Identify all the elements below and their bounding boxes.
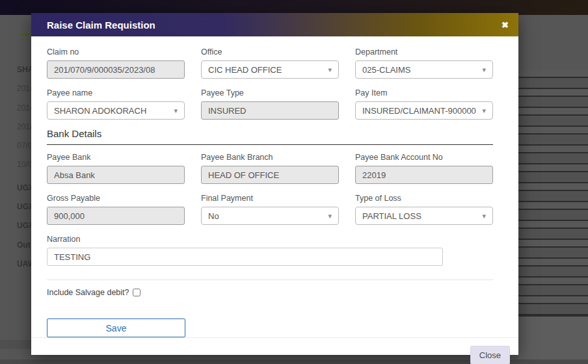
department-field-group: Department 025-CLAIMS ▾ <box>355 47 493 79</box>
narration-field-group: Narration <box>47 235 493 266</box>
background-left-row-band <box>0 340 31 349</box>
payee-bank-label: Payee Bank <box>47 153 185 162</box>
background-cell: UGX <box>17 183 33 202</box>
claim-no-label: Claim no <box>47 47 185 57</box>
payee-bank-account-no-input <box>355 166 493 184</box>
background-cell: UGX <box>17 202 33 221</box>
chevron-down-icon: ▾ <box>482 212 486 220</box>
narration-label: Narration <box>47 235 493 244</box>
payee-type-field-group: Payee Type <box>201 88 339 120</box>
type-of-loss-field-group: Type of Loss PARTIAL LOSS ▾ <box>355 194 493 225</box>
office-select[interactable]: CIC HEAD OFFICE ▾ <box>201 60 339 79</box>
narration-input[interactable] <box>47 248 443 266</box>
type-of-loss-selected-value: PARTIAL LOSS <box>362 211 421 221</box>
gross-payable-field-group: Gross Payable <box>47 194 185 225</box>
department-select[interactable]: 025-CLAIMS ▾ <box>355 60 493 79</box>
background-cell: 201/ <box>17 122 33 141</box>
chevron-down-icon: ▾ <box>174 107 178 115</box>
type-of-loss-select[interactable]: PARTIAL LOSS ▾ <box>355 207 493 225</box>
background-table-lower-band <box>518 315 588 359</box>
background-cell: SHA <box>17 65 33 84</box>
chevron-down-icon: ▾ <box>482 107 486 115</box>
claim-no-field-group: Claim no <box>47 47 185 79</box>
modal-title: Raise Claim Requistion <box>47 20 155 31</box>
background-table-left-column: SHA 201/ 201/ 201/ 07/0 10/0 UGX UGX UGX… <box>17 65 33 278</box>
office-label: Office <box>201 47 339 57</box>
chevron-down-icon: ▾ <box>328 66 332 74</box>
bank-details-section-title: Bank Details <box>47 128 493 145</box>
background-cell: 10/0 <box>17 160 33 179</box>
raise-claim-requisition-modal: Raise Claim Requistion ✖ Claim no Office… <box>31 13 518 355</box>
background-cell: UGX <box>17 221 33 240</box>
background-cell: 201/ <box>17 103 33 122</box>
background-cell: 201/ <box>17 84 33 103</box>
background-cell: Out <box>17 240 33 259</box>
close-button[interactable]: Close <box>470 346 510 364</box>
final-payment-label: Final Payment <box>201 194 339 203</box>
payee-bank-account-no-label: Payee Bank Account No <box>355 153 493 162</box>
salvage-divider <box>47 280 493 280</box>
pay-item-selected-value: INSURED/CLAIMANT-900000 <box>362 106 476 116</box>
pay-item-label: Pay Item <box>355 88 493 98</box>
final-payment-select[interactable]: No ▾ <box>201 207 339 225</box>
modal-body: Claim no Office CIC HEAD OFFICE ▾ Depart… <box>31 36 518 337</box>
payee-bank-branch-field-group: Payee Bank Branch <box>201 153 339 184</box>
modal-header: Raise Claim Requistion ✖ <box>31 13 518 36</box>
background-green-underline <box>21 34 30 36</box>
payee-type-input <box>201 101 339 120</box>
payee-name-select[interactable]: SHARON ADOKORACH ▾ <box>47 101 185 120</box>
modal-footer: Close <box>31 337 518 364</box>
type-of-loss-label: Type of Loss <box>355 194 493 203</box>
office-selected-value: CIC HEAD OFFICE <box>208 65 282 75</box>
payee-name-label: Payee name <box>47 88 185 98</box>
payee-type-label: Payee Type <box>201 88 339 98</box>
save-button[interactable]: Save <box>47 318 185 337</box>
payee-name-field-group: Payee name SHARON ADOKORACH ▾ <box>47 88 185 120</box>
payee-bank-input <box>47 166 185 184</box>
payee-name-selected-value: SHARON ADOKORACH <box>54 106 146 116</box>
payee-bank-branch-input <box>201 166 339 184</box>
payee-bank-field-group: Payee Bank <box>47 153 185 184</box>
background-cell: UAW <box>17 259 33 278</box>
department-selected-value: 025-CLAIMS <box>362 65 410 75</box>
pay-item-field-group: Pay Item INSURED/CLAIMANT-900000 ▾ <box>355 88 493 120</box>
close-icon[interactable]: ✖ <box>501 21 509 29</box>
payee-bank-account-no-field-group: Payee Bank Account No <box>355 153 493 184</box>
claim-no-input <box>47 60 185 79</box>
department-label: Department <box>355 47 493 57</box>
include-salvage-checkbox[interactable] <box>133 289 140 296</box>
background-table-rows <box>518 70 588 315</box>
chevron-down-icon: ▾ <box>328 212 332 220</box>
payee-bank-branch-label: Payee Bank Branch <box>201 153 339 162</box>
pay-item-select[interactable]: INSURED/CLAIMANT-900000 ▾ <box>355 101 493 120</box>
gross-payable-label: Gross Payable <box>47 194 185 203</box>
chevron-down-icon: ▾ <box>482 66 486 74</box>
final-payment-field-group: Final Payment No ▾ <box>201 194 339 225</box>
background-cell: 07/0 <box>17 141 33 160</box>
final-payment-selected-value: No <box>208 211 219 221</box>
office-field-group: Office CIC HEAD OFFICE ▾ <box>201 47 339 79</box>
salvage-row: Include Salvage debit? <box>47 288 493 297</box>
gross-payable-input <box>47 207 185 225</box>
include-salvage-label: Include Salvage debit? <box>47 288 129 297</box>
